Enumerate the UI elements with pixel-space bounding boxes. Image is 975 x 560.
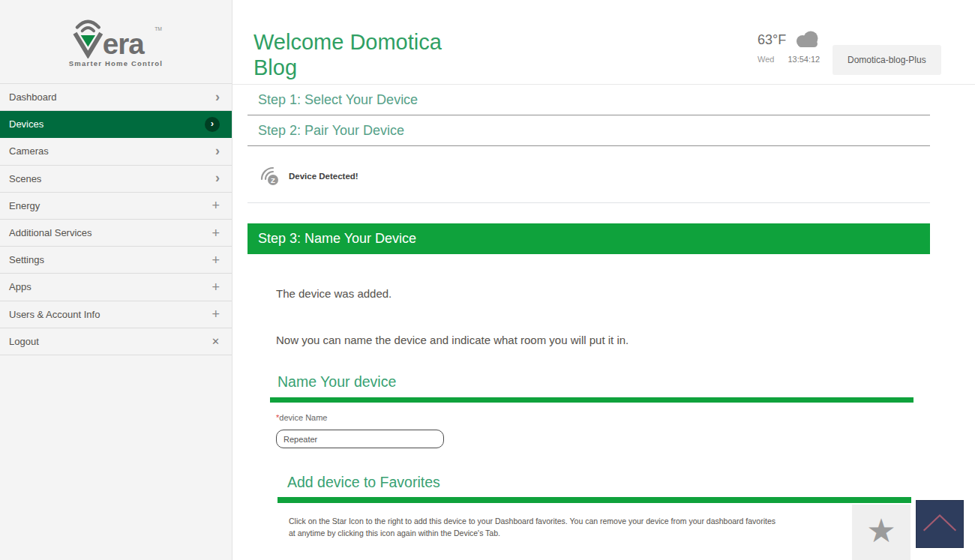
favorites-description: Click on the Star Icon to the right to a…	[289, 515, 780, 540]
chevron-right-icon: ›	[215, 90, 220, 103]
device-name-label: *device Name	[276, 413, 327, 422]
favorite-star-button[interactable]: ★	[852, 505, 910, 560]
chevron-right-circle-icon: ›	[205, 117, 220, 132]
sidebar-item-apps[interactable]: Apps +	[0, 274, 232, 301]
weather-widget: 63°F Wed 13:54:12	[758, 30, 822, 64]
favorites-heading: Add device to Favorites	[287, 474, 440, 491]
name-section-divider	[270, 397, 914, 403]
temperature-value: 63°F	[758, 32, 786, 48]
step1-header[interactable]: Step 1: Select Your Device	[248, 85, 930, 115]
close-icon: ✕	[212, 336, 220, 347]
plus-icon: +	[212, 307, 220, 321]
step3-header[interactable]: Step 3: Name Your Device	[248, 223, 930, 254]
sidebar-item-energy[interactable]: Energy +	[0, 193, 232, 220]
plus-icon: +	[212, 280, 220, 294]
sidebar-item-dashboard[interactable]: Dashboard ›	[0, 84, 232, 111]
sidebar-item-label: Dashboard	[9, 91, 57, 103]
star-icon: ★	[866, 514, 896, 547]
sidebar-item-label: Devices	[9, 118, 44, 130]
chevron-right-icon: ›	[215, 171, 220, 184]
device-detected-message: Device Detected!	[289, 172, 358, 181]
cloud-icon	[792, 30, 822, 49]
sidebar-item-users-account-info[interactable]: Users & Account Info +	[0, 301, 232, 328]
plus-icon: +	[212, 226, 220, 240]
wizard-steps: Step 1: Select Your Device Step 2: Pair …	[248, 85, 930, 146]
zwave-signal-icon: Z	[258, 164, 284, 188]
scroll-to-top-button[interactable]	[916, 500, 964, 548]
sidebar-item-label: Additional Services	[9, 227, 92, 238]
favorites-section-divider	[278, 497, 911, 503]
sidebar-item-label: Users & Account Info	[9, 309, 100, 320]
name-device-heading: Name Your device	[278, 373, 396, 391]
sidebar-item-devices[interactable]: Devices ›	[0, 111, 232, 138]
svg-text:Z: Z	[271, 176, 275, 184]
vera-logo-icon: era TM	[68, 16, 164, 58]
plus-icon: +	[212, 253, 220, 267]
plus-icon: +	[212, 199, 220, 212]
sidebar-item-additional-services[interactable]: Additional Services +	[0, 220, 232, 247]
device-added-message: The device was added.	[276, 287, 392, 300]
page-title: Welcome Domotica Blog	[254, 30, 478, 80]
clock-time: 13:54:12	[788, 55, 820, 64]
trademark-mark: TM	[154, 26, 162, 31]
sidebar-item-logout[interactable]: Logout ✕	[0, 328, 232, 355]
vera-app-window: era TM Smarter Home Control Dashboard › …	[0, 0, 975, 560]
brand-wordmark: era	[102, 28, 145, 58]
sidebar: era TM Smarter Home Control Dashboard › …	[0, 0, 232, 560]
sidebar-item-label: Cameras	[9, 145, 49, 157]
chevron-right-icon: ›	[211, 118, 214, 128]
sidebar-item-label: Settings	[9, 254, 44, 265]
brand-logo: era TM Smarter Home Control	[0, 0, 232, 84]
chevron-up-icon	[916, 501, 963, 547]
sidebar-item-settings[interactable]: Settings +	[0, 247, 232, 274]
sidebar-item-label: Scenes	[9, 173, 41, 184]
sidebar-item-scenes[interactable]: Scenes ›	[0, 166, 232, 193]
device-name-input[interactable]	[276, 430, 444, 448]
naming-instruction-message: Now you can name the device and indicate…	[276, 334, 628, 346]
brand-tagline: Smarter Home Control	[69, 59, 163, 67]
main-content: Welcome Domotica Blog 63°F Wed 13:54:12 …	[232, 0, 975, 560]
sidebar-item-label: Logout	[9, 336, 39, 347]
chevron-right-icon: ›	[215, 144, 220, 157]
step2-header[interactable]: Step 2: Pair Your Device	[248, 115, 930, 146]
controller-selector-button[interactable]: Domotica-blog-Plus	[832, 45, 941, 75]
device-detected-block: Z Device Detected!	[248, 148, 930, 203]
weekday-label: Wed	[758, 55, 774, 64]
sidebar-item-label: Energy	[9, 200, 40, 211]
sidebar-item-label: Apps	[9, 281, 32, 292]
sidebar-item-cameras[interactable]: Cameras ›	[0, 138, 232, 165]
